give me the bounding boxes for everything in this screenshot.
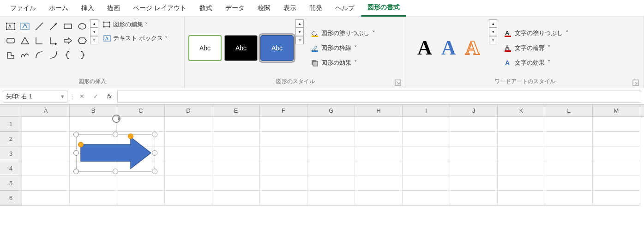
col-header[interactable]: M bbox=[593, 105, 640, 116]
cell[interactable] bbox=[212, 117, 260, 132]
shape-brace-left-icon[interactable] bbox=[61, 48, 75, 62]
wordart-style-2[interactable]: A bbox=[441, 36, 456, 60]
cell[interactable] bbox=[498, 161, 545, 176]
resize-handle-sw[interactable] bbox=[73, 169, 79, 174]
cell[interactable] bbox=[355, 176, 403, 191]
cell[interactable] bbox=[498, 146, 545, 161]
wordart-style-1[interactable]: A bbox=[417, 36, 432, 60]
shape-style-more[interactable]: ▿ bbox=[295, 36, 304, 44]
shape-triangle-icon[interactable] bbox=[18, 34, 32, 48]
cell[interactable] bbox=[545, 117, 593, 132]
shape-arc-icon[interactable] bbox=[32, 48, 46, 62]
shape-fill-button[interactable]: 図形の塗りつぶし ˅ bbox=[308, 28, 377, 38]
cell[interactable] bbox=[450, 117, 498, 132]
cell[interactable] bbox=[403, 117, 450, 132]
cell[interactable] bbox=[212, 132, 260, 146]
cell[interactable] bbox=[593, 161, 640, 176]
shape-gallery-more[interactable]: ▿ bbox=[90, 36, 98, 44]
cell[interactable] bbox=[498, 117, 545, 132]
cell[interactable] bbox=[498, 176, 545, 191]
tab-review[interactable]: 校閲 bbox=[251, 0, 277, 16]
tab-formulas[interactable]: 数式 bbox=[193, 0, 219, 16]
cell[interactable] bbox=[260, 146, 307, 161]
cell[interactable] bbox=[307, 161, 355, 176]
tab-draw[interactable]: 描画 bbox=[101, 0, 126, 16]
cell[interactable] bbox=[22, 146, 70, 161]
cell[interactable] bbox=[498, 191, 545, 206]
row-header[interactable]: 2 bbox=[0, 132, 22, 146]
cell[interactable] bbox=[450, 132, 498, 146]
shape-effects-button[interactable]: 図形の効果 ˅ bbox=[308, 58, 377, 68]
cell[interactable] bbox=[307, 117, 355, 132]
selected-shape-right-arrow[interactable] bbox=[76, 134, 155, 173]
cell[interactable] bbox=[545, 176, 593, 191]
cell[interactable] bbox=[70, 176, 117, 191]
cell[interactable] bbox=[450, 146, 498, 161]
shape-l-connector-icon[interactable] bbox=[32, 34, 46, 48]
cell[interactable] bbox=[403, 191, 450, 206]
cell[interactable] bbox=[117, 176, 165, 191]
cell[interactable] bbox=[403, 176, 450, 191]
cell[interactable] bbox=[355, 161, 403, 176]
row-header[interactable]: 3 bbox=[0, 146, 22, 161]
col-header[interactable]: I bbox=[403, 105, 450, 116]
cell[interactable] bbox=[450, 161, 498, 176]
enter-formula-button[interactable]: ✓ bbox=[90, 91, 102, 103]
cell[interactable] bbox=[307, 176, 355, 191]
shape-brace-right-icon[interactable] bbox=[75, 48, 89, 62]
formula-input[interactable] bbox=[117, 91, 641, 103]
cancel-formula-button[interactable]: ✕ bbox=[76, 91, 88, 103]
name-box[interactable]: 矢印: 右 1 ▾ bbox=[3, 91, 67, 103]
cell[interactable] bbox=[165, 161, 212, 176]
cell[interactable] bbox=[593, 191, 640, 206]
tab-view[interactable]: 表示 bbox=[277, 0, 303, 16]
col-header[interactable]: J bbox=[450, 105, 498, 116]
cell[interactable] bbox=[307, 146, 355, 161]
shape-oval-icon[interactable] bbox=[75, 19, 89, 33]
cell[interactable] bbox=[212, 146, 260, 161]
cell[interactable] bbox=[117, 117, 165, 132]
cell[interactable] bbox=[22, 132, 70, 146]
col-header[interactable]: L bbox=[545, 105, 593, 116]
row-header[interactable]: 6 bbox=[0, 191, 22, 206]
cell[interactable] bbox=[260, 132, 307, 146]
shape-scribble-icon[interactable] bbox=[18, 48, 32, 62]
shape-gallery-down[interactable]: ▾ bbox=[90, 28, 98, 36]
shape-textbox2-icon[interactable] bbox=[18, 19, 32, 33]
cell[interactable] bbox=[165, 176, 212, 191]
cell[interactable] bbox=[593, 176, 640, 191]
cell[interactable] bbox=[307, 132, 355, 146]
shape-freeform-icon[interactable] bbox=[4, 48, 18, 62]
shape-gallery[interactable]: A bbox=[4, 19, 89, 76]
adjust-handle-1[interactable] bbox=[78, 142, 84, 147]
text-effects-button[interactable]: A 文字の効果 ˅ bbox=[502, 58, 571, 68]
resize-handle-w[interactable] bbox=[73, 150, 79, 156]
shape-arrow-line-icon[interactable] bbox=[47, 19, 60, 33]
resize-handle-n[interactable] bbox=[113, 132, 118, 137]
shape-block-arrow-icon[interactable] bbox=[61, 34, 75, 48]
shape-outline-button[interactable]: 図形の枠線 ˅ bbox=[308, 43, 377, 53]
text-box-button[interactable]: A テキスト ボックス ˅ bbox=[101, 33, 170, 43]
cell[interactable] bbox=[260, 191, 307, 206]
tab-page-layout[interactable]: ページ レイアウト bbox=[126, 0, 193, 16]
cell[interactable] bbox=[403, 132, 450, 146]
shape-rounded-rect-icon[interactable] bbox=[4, 34, 18, 48]
col-header[interactable]: A bbox=[22, 105, 70, 116]
cell[interactable] bbox=[70, 191, 117, 206]
cell[interactable] bbox=[593, 132, 640, 146]
cell[interactable] bbox=[260, 161, 307, 176]
wordart-up[interactable]: ▴ bbox=[489, 19, 497, 28]
text-outline-button[interactable]: A 文字の輪郭 ˅ bbox=[502, 43, 571, 53]
cell[interactable] bbox=[307, 191, 355, 206]
shape-style-1[interactable]: Abc bbox=[188, 35, 222, 61]
resize-handle-s[interactable] bbox=[113, 169, 118, 174]
shape-l-arrow-icon[interactable] bbox=[47, 34, 60, 48]
cell[interactable] bbox=[403, 146, 450, 161]
resize-handle-e[interactable] bbox=[152, 150, 157, 156]
text-fill-button[interactable]: A 文字の塗りつぶし ˅ bbox=[502, 28, 571, 38]
cell[interactable] bbox=[403, 161, 450, 176]
col-header[interactable]: H bbox=[355, 105, 403, 116]
dialog-launcher-icon[interactable] bbox=[632, 79, 639, 86]
cell[interactable] bbox=[260, 176, 307, 191]
resize-handle-se[interactable] bbox=[152, 169, 157, 174]
